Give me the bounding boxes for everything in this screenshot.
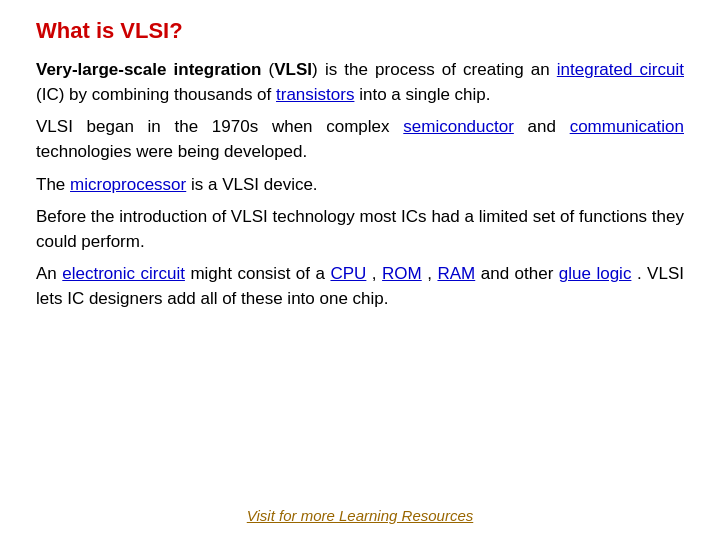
bold-vlsi-abbr: VLSI [274,60,312,79]
page-title: What is VLSI? [36,18,684,44]
link-electronic-circuit[interactable]: electronic circuit [62,264,185,283]
text-p1-b: (IC) by combining thousands of [36,85,276,104]
text-p1-a: (VLSI) is the process of creating an [269,60,557,79]
text-p2-b: and [528,117,570,136]
text-p2-c: technologies were being developed. [36,142,307,161]
link-communication[interactable]: communication [570,117,684,136]
bold-vlsi-full: Very-large-scale integration [36,60,261,79]
link-integrated-circuit[interactable]: integrated circuit [557,60,684,79]
text-p3-a: The [36,175,70,194]
link-transistors[interactable]: transistors [276,85,354,104]
paragraph-3: The microprocessor is a VLSI device. [36,173,684,198]
link-ram[interactable]: RAM [437,264,475,283]
text-p3-b: is a VLSI device. [191,175,318,194]
text-p5-e: and other [481,264,559,283]
paragraph-4: Before the introduction of VLSI technolo… [36,205,684,254]
page-container: What is VLSI? Very-large-scale integrati… [0,0,720,540]
text-p5-a: An [36,264,62,283]
text-p4: Before the introduction of VLSI technolo… [36,207,684,251]
footer-link[interactable]: Visit for more Learning Resources [247,507,474,524]
paragraph-5: An electronic circuit might consist of a… [36,262,684,311]
link-rom[interactable]: ROM [382,264,422,283]
link-microprocessor[interactable]: microprocessor [70,175,186,194]
paragraph-1: Very-large-scale integration (VLSI) is t… [36,58,684,107]
link-glue-logic[interactable]: glue logic [559,264,632,283]
text-p5-d: , [427,264,437,283]
text-p2-a: VLSI began in the 1970s when complex [36,117,403,136]
text-p5-c: , [372,264,382,283]
text-p1-c: into a single chip. [359,85,490,104]
text-p5-b: might consist of a [190,264,330,283]
link-semiconductor[interactable]: semiconductor [403,117,514,136]
link-cpu[interactable]: CPU [330,264,366,283]
content-area: Very-large-scale integration (VLSI) is t… [36,58,684,498]
footer: Visit for more Learning Resources [36,498,684,526]
paragraph-2: VLSI began in the 1970s when complex sem… [36,115,684,164]
